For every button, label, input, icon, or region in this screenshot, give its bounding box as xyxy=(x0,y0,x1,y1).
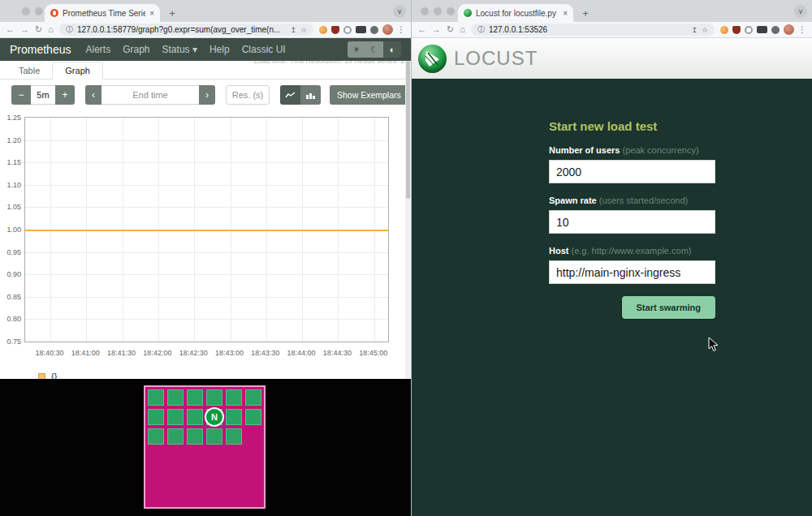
share-icon[interactable]: ↥ xyxy=(691,26,698,34)
legend-swatch[interactable] xyxy=(38,373,45,380)
browser-menu-icon[interactable]: ⋮ xyxy=(397,25,405,34)
user-count-input[interactable] xyxy=(549,160,715,183)
extension-icon-1[interactable] xyxy=(319,26,327,34)
pod-tile[interactable]: N xyxy=(206,409,222,425)
pod-tile[interactable] xyxy=(148,428,164,445)
minimize-window-button[interactable] xyxy=(35,7,43,15)
browser-menu-icon[interactable]: ⋮ xyxy=(798,25,806,34)
spawn-rate-input[interactable] xyxy=(549,210,715,234)
pod-tile[interactable] xyxy=(167,409,184,425)
url-text[interactable]: 127.0.0.1:53526 xyxy=(489,25,688,34)
decrease-range-button[interactable]: − xyxy=(11,85,31,105)
nav-item-help[interactable]: Help xyxy=(209,44,230,55)
prometheus-navbar: Prometheus Alerts Graph Status ▾ Help Cl… xyxy=(0,38,411,61)
minimize-window-button[interactable] xyxy=(434,7,442,15)
pod-tile[interactable] xyxy=(226,428,242,445)
kube-node-tile[interactable]: N xyxy=(144,385,266,509)
nav-item-classic-ui[interactable]: Classic UI xyxy=(242,44,286,55)
pod-tile[interactable] xyxy=(206,389,222,406)
forward-icon[interactable]: → xyxy=(20,25,29,34)
series-line[interactable] xyxy=(25,230,388,231)
back-icon[interactable]: ← xyxy=(6,25,15,34)
time-forward-button[interactable]: › xyxy=(199,85,215,105)
pod-tile[interactable] xyxy=(167,389,184,406)
extension-icon-2[interactable] xyxy=(732,26,741,34)
extension-icon-3[interactable] xyxy=(745,26,753,34)
tab-graph[interactable]: Graph xyxy=(52,62,103,80)
pod-tile[interactable] xyxy=(187,428,203,445)
pod-tile[interactable] xyxy=(245,409,261,425)
close-tab-icon[interactable]: × xyxy=(563,9,568,18)
home-icon[interactable]: ⌂ xyxy=(460,25,465,34)
site-info-icon[interactable]: ⓘ xyxy=(477,24,485,35)
share-icon[interactable]: ↥ xyxy=(290,26,296,34)
home-icon[interactable]: ⌂ xyxy=(48,25,54,34)
dark-theme-button[interactable]: ☾ xyxy=(365,41,383,58)
pod-tile[interactable] xyxy=(167,428,184,445)
nav-item-status[interactable]: Status ▾ xyxy=(162,44,197,55)
scrollbar[interactable] xyxy=(405,61,411,379)
extension-icon-2[interactable] xyxy=(331,26,339,34)
prometheus-brand[interactable]: Prometheus xyxy=(10,43,71,56)
range-input[interactable] xyxy=(31,85,55,105)
increase-range-button[interactable]: + xyxy=(55,85,75,105)
pod-tile[interactable] xyxy=(187,409,203,425)
start-load-test-form: Start new load test Number of users (pea… xyxy=(549,119,715,319)
site-info-icon[interactable]: ⓘ xyxy=(66,24,73,35)
pod-tile[interactable] xyxy=(245,389,261,406)
bookmark-star-icon[interactable]: ☆ xyxy=(702,26,708,34)
tab-search-chevron-icon[interactable]: ∨ xyxy=(794,5,807,18)
url-text[interactable]: 127.0.0.1:58779/graph?g0.expr=sum(avg_ov… xyxy=(77,25,287,34)
auto-theme-button[interactable]: ◐ xyxy=(383,41,401,58)
extension-icon-5[interactable] xyxy=(771,26,780,34)
show-exemplars-button[interactable]: Show Exemplars xyxy=(330,85,408,105)
users-label: Number of users (peak concurrency) xyxy=(549,145,715,155)
forward-icon[interactable]: → xyxy=(432,25,441,34)
light-theme-button[interactable]: ☀ xyxy=(348,41,365,58)
zoom-window-button[interactable] xyxy=(447,7,455,15)
reload-icon[interactable]: ↻ xyxy=(447,25,454,34)
profile-avatar[interactable] xyxy=(382,24,393,35)
nav-item-alerts[interactable]: Alerts xyxy=(85,44,110,55)
time-back-button[interactable]: ‹ xyxy=(85,85,102,105)
extension-icon-1[interactable] xyxy=(720,26,728,34)
scrollbar-thumb[interactable] xyxy=(406,61,410,199)
end-time-input[interactable] xyxy=(102,85,199,105)
extension-icon-4[interactable] xyxy=(356,26,366,33)
legend-label[interactable]: {} xyxy=(51,372,57,379)
browser-tab-locust[interactable]: Locust for locustfile.py × xyxy=(458,4,573,22)
extension-icon-3[interactable] xyxy=(343,26,352,34)
tab-table[interactable]: Table xyxy=(6,62,52,79)
close-window-button[interactable] xyxy=(421,7,429,15)
line-chart-button[interactable] xyxy=(280,85,300,105)
reload-icon[interactable]: ↻ xyxy=(35,25,42,34)
tab-search-chevron-icon[interactable]: ∨ xyxy=(393,5,406,18)
profile-avatar[interactable] xyxy=(784,24,794,35)
plot-area[interactable] xyxy=(24,117,389,342)
resolution-input[interactable] xyxy=(226,85,270,105)
close-window-button[interactable] xyxy=(22,7,30,15)
nginx-logo-icon: N xyxy=(205,407,224,427)
close-tab-icon[interactable]: × xyxy=(149,9,154,18)
address-bar[interactable]: ⓘ 127.0.0.1:53526 ↥ ☆ xyxy=(471,24,715,36)
browser-tab-prometheus[interactable]: Prometheus Time Series Colle × xyxy=(45,4,160,22)
pod-tile[interactable] xyxy=(226,409,242,425)
nav-item-graph[interactable]: Graph xyxy=(123,44,149,55)
extension-icon-4[interactable] xyxy=(757,26,767,33)
pod-tile[interactable] xyxy=(148,409,164,425)
spawn-rate-hint: (users started/second) xyxy=(599,196,688,205)
pod-tile[interactable] xyxy=(206,428,222,445)
start-swarming-button[interactable]: Start swarming xyxy=(622,296,715,319)
bookmark-star-icon[interactable]: ☆ xyxy=(300,26,307,34)
stacked-chart-button[interactable] xyxy=(300,85,321,105)
pod-tile[interactable] xyxy=(226,389,242,406)
address-bar[interactable]: ⓘ 127.0.0.1:58779/graph?g0.expr=sum(avg_… xyxy=(59,24,313,36)
pod-tile[interactable] xyxy=(187,389,203,406)
host-input[interactable] xyxy=(549,260,715,284)
new-tab-button[interactable]: + xyxy=(578,6,593,20)
new-tab-button[interactable]: + xyxy=(165,6,179,20)
extension-icon-5[interactable] xyxy=(370,26,378,34)
back-icon[interactable]: ← xyxy=(417,25,426,34)
window-controls[interactable] xyxy=(421,7,455,15)
pod-tile[interactable] xyxy=(148,389,164,406)
